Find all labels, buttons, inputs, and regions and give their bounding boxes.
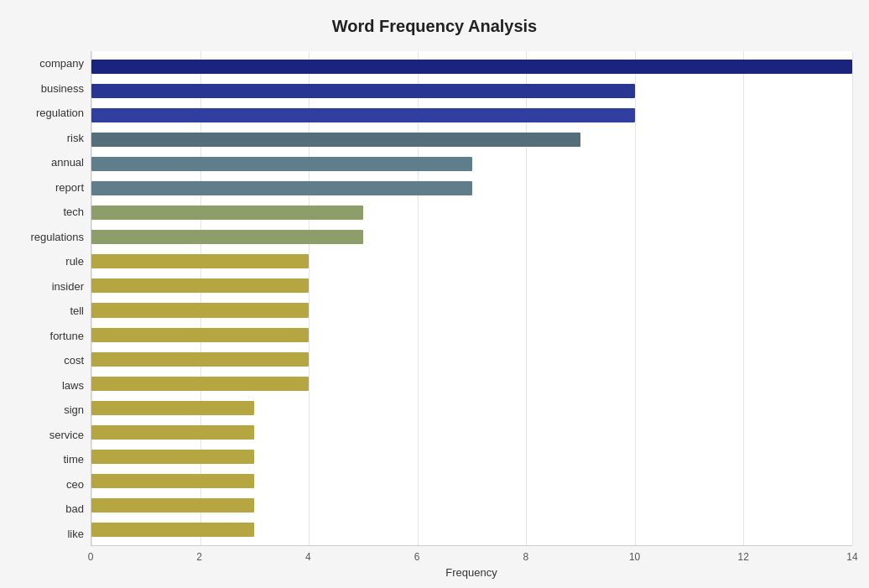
bar-annual xyxy=(91,157,472,171)
x-tick-10: 10 xyxy=(629,551,640,563)
bar-fortune xyxy=(91,328,309,342)
y-label-regulation: regulation xyxy=(17,101,84,126)
bar-row-company xyxy=(91,55,852,79)
x-axis-labels: 02468101214 xyxy=(91,546,852,563)
y-label-like: like xyxy=(17,522,84,547)
x-tick-12: 12 xyxy=(738,551,749,563)
x-tick-14: 14 xyxy=(846,551,857,563)
y-label-fortune: fortune xyxy=(17,324,84,349)
bar-cost xyxy=(91,352,309,367)
bar-company xyxy=(91,60,852,74)
bar-tell xyxy=(91,303,309,317)
bar-like xyxy=(91,523,254,537)
y-label-ceo: ceo xyxy=(17,472,84,497)
bar-row-service xyxy=(91,420,852,445)
bar-row-fortune xyxy=(91,323,852,347)
y-label-annual: annual xyxy=(17,150,84,175)
bar-business xyxy=(91,84,635,98)
bar-row-sign xyxy=(91,396,852,420)
bars-wrapper xyxy=(91,51,852,545)
bar-row-laws xyxy=(91,372,852,396)
y-label-business: business xyxy=(17,76,84,101)
bar-insider xyxy=(91,278,309,293)
bar-tech xyxy=(91,206,363,220)
bar-report xyxy=(91,181,472,195)
y-label-report: report xyxy=(17,175,84,200)
bar-row-annual xyxy=(91,152,852,176)
bar-row-rule xyxy=(91,249,852,273)
bar-sign xyxy=(91,401,254,415)
bar-row-like xyxy=(91,518,852,542)
bar-ceo xyxy=(91,474,254,488)
x-tick-2: 2 xyxy=(196,551,202,563)
y-label-tech: tech xyxy=(17,200,84,225)
bar-rule xyxy=(91,254,309,268)
x-tick-6: 6 xyxy=(414,551,420,563)
bar-row-bad xyxy=(91,493,852,518)
chart-title: Word Frequency Analysis xyxy=(17,17,852,36)
bar-laws xyxy=(91,377,309,391)
grid-line-14 xyxy=(852,51,853,545)
chart-container: Word Frequency Analysis companybusinessr… xyxy=(0,0,869,588)
chart-area: companybusinessregulationriskannualrepor… xyxy=(17,51,852,546)
bar-row-regulations xyxy=(91,225,852,249)
bar-row-business xyxy=(91,79,852,103)
bars-area xyxy=(91,51,852,546)
x-tick-4: 4 xyxy=(305,551,311,563)
x-tick-8: 8 xyxy=(523,551,529,563)
bar-row-insider xyxy=(91,273,852,298)
bar-row-tell xyxy=(91,298,852,322)
bar-row-ceo xyxy=(91,469,852,493)
y-label-time: time xyxy=(17,447,84,472)
bar-row-risk xyxy=(91,127,852,152)
bar-row-tech xyxy=(91,200,852,225)
y-label-service: service xyxy=(17,423,84,448)
y-label-cost: cost xyxy=(17,348,84,373)
y-label-sign: sign xyxy=(17,398,84,423)
y-label-risk: risk xyxy=(17,126,84,151)
bar-regulation xyxy=(91,108,635,122)
y-label-rule: rule xyxy=(17,249,84,274)
bar-row-regulation xyxy=(91,103,852,127)
bar-time xyxy=(91,450,254,464)
bar-service xyxy=(91,425,254,440)
bar-regulations xyxy=(91,230,363,244)
bar-row-cost xyxy=(91,347,852,372)
x-axis-title: Frequency xyxy=(91,566,852,579)
y-label-insider: insider xyxy=(17,274,84,299)
bar-row-report xyxy=(91,176,852,200)
y-label-company: company xyxy=(17,51,84,76)
bar-bad xyxy=(91,498,254,513)
bar-row-time xyxy=(91,445,852,469)
x-tick-0: 0 xyxy=(88,551,94,563)
y-label-bad: bad xyxy=(17,497,84,522)
y-labels: companybusinessregulationriskannualrepor… xyxy=(17,51,91,546)
y-label-laws: laws xyxy=(17,373,84,398)
y-label-regulations: regulations xyxy=(17,225,84,250)
y-label-tell: tell xyxy=(17,299,84,324)
bar-risk xyxy=(91,133,580,147)
